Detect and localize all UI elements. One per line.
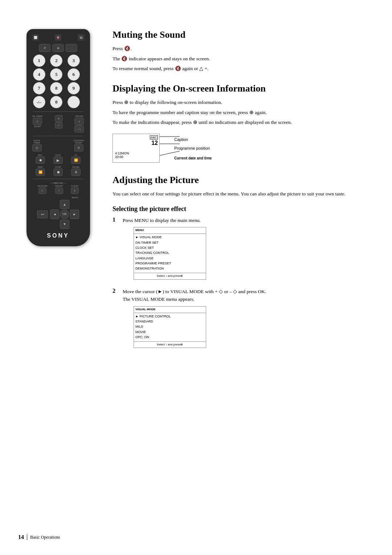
counter-reset-labeled: COUNTERRESET ↺ [73, 139, 84, 151]
nav-empty-tr [70, 200, 79, 209]
sleep-label: SLEEP [34, 125, 41, 127]
onscreen-row: ON/SCRN □ ON/OFF ○ CLEAR C [32, 185, 84, 194]
stop-labeled: STOP ⏹ [53, 166, 63, 176]
menu-1-item-1: ON TIMER SET [135, 240, 204, 245]
muting-body: Press 🔇. The 🔇 indicator appears and sta… [113, 45, 374, 73]
onscreen-btn[interactable]: □ [38, 187, 46, 194]
num-4-btn[interactable]: 4 [33, 68, 45, 81]
num-extra-btn[interactable] [68, 96, 80, 108]
clear-btn[interactable]: C [71, 187, 79, 194]
num-2-btn[interactable]: 2 [50, 54, 62, 67]
displaying-section: Displaying the On-screen Information Pre… [113, 83, 374, 164]
sony-logo: SONY [47, 232, 69, 239]
menu-2-footer: Select ↕ and press⊗ [134, 341, 206, 348]
nav-down-btn[interactable]: ▼ [60, 220, 69, 229]
nav-empty-br [70, 220, 79, 229]
caption-abc: ABC [150, 135, 158, 139]
rec-btn[interactable]: ⏺ [36, 157, 45, 164]
caption-screen-diagram: ABC 12 4:12MON20:00 [113, 134, 160, 164]
display-btn[interactable]: ⊕ [52, 44, 64, 52]
num-7-btn[interactable]: 7 [33, 82, 45, 94]
stop-btn[interactable]: ⏹ [53, 169, 63, 176]
counter-reset-lbl: COUNTERRESET [73, 139, 84, 144]
remote-top-icons: ⬜ 🔇 ⏻ [30, 33, 86, 41]
pause-labeled: PAUSE ⏸ [71, 166, 81, 176]
menu-box-1: MENU ► VISUAL MODE ON TIMER SET CLOCK SE… [134, 227, 206, 279]
nav-empty-tl [50, 200, 59, 209]
num-0-btn[interactable]: 0 [50, 96, 62, 108]
nav-section: MENU ↩ ▲ ◄ OK ► ▼ [30, 196, 86, 230]
menu-2-item-0: ► PICTURE CONTROL [135, 314, 204, 319]
quick-counter-section: QUICKTIMER ⏲ COUNTERRESET ↺ [30, 139, 86, 152]
blank-btn[interactable] [66, 44, 77, 52]
num-3-btn[interactable]: 3 [68, 54, 80, 67]
play-btn[interactable]: ▶ [53, 157, 63, 164]
displaying-line3: To make the indications disappear, press… [113, 118, 374, 126]
step-1-number: 1 [113, 216, 119, 223]
nav-ok-btn[interactable]: OK [60, 210, 69, 219]
input-row: ↺ ⊕ [30, 44, 86, 52]
nav-left-btn[interactable]: ◄ [50, 210, 59, 219]
step-1-content: Press MENU to display the main menu. MEN… [123, 216, 374, 283]
menu-lbl: MENU [72, 197, 78, 199]
num-8-btn[interactable]: 8 [50, 82, 62, 94]
step-2-number: 2 [113, 288, 119, 294]
caption-arrows-svg [160, 134, 181, 163]
step-2-text2: The VISUAL MODE menu appears. [123, 295, 374, 303]
transport-row-2: REW ⏪ STOP ⏹ PAUSE ⏸ [30, 166, 86, 176]
progr-label: PROGR [75, 115, 83, 117]
selecting-subtitle: Selecting the picture effect [113, 205, 374, 213]
vol-up-btn[interactable]: + [55, 115, 63, 122]
progr-btn[interactable]: + [74, 118, 84, 125]
nav-cross: ▲ ◄ OK ► ▼ [50, 200, 79, 229]
menu-1-item-5: PROGRAMME PRESET [135, 261, 204, 266]
page-footer: 14 Basic Operations [18, 534, 60, 540]
timer-rec-section: — TIMER REC — ON/SCRN □ ON/OFF ○ CLEAR C [30, 182, 86, 194]
back-btn[interactable]: ↩ [37, 210, 48, 218]
menu-2-title: VISUAL MODE [134, 307, 206, 313]
quick-timer-btn[interactable]: ⏲ [32, 144, 42, 151]
num-9-btn[interactable]: 9 [68, 82, 80, 94]
num-1-btn[interactable]: 1 [33, 54, 45, 67]
divider-2 [33, 136, 83, 136]
num-6-btn[interactable]: 6 [68, 68, 80, 81]
rew-labeled: REW ⏪ [36, 166, 45, 176]
menu-1-item-4: LANGUAGE [135, 256, 204, 261]
displaying-body: Press ⊕ to display the following on-scre… [113, 98, 374, 126]
power-icon: ⏻ [78, 34, 84, 41]
caption-screen: ABC 12 4:12MON20:00 [113, 134, 160, 163]
onoff-btn[interactable]: ○ [55, 187, 63, 194]
number-grid: 1 2 3 4 5 6 7 8 9 -/-- 0 [30, 54, 86, 109]
on-timer-label: ON TIMER [32, 115, 43, 117]
onoff-lbl: ON/OFF [55, 185, 63, 187]
displaying-title: Displaying the On-screen Information [113, 83, 374, 94]
muting-line3: To resume normal sound, press 🔇 again or… [113, 65, 374, 73]
ff-btn[interactable]: ⏩ [71, 157, 81, 164]
num-slash-btn[interactable]: -/-- [33, 96, 45, 108]
muting-title: Muting the Sound [113, 29, 374, 40]
rew-btn[interactable]: ⏪ [36, 169, 45, 176]
counter-reset-btn[interactable]: ↺ [74, 144, 83, 151]
divider-1 [33, 112, 83, 112]
nav-up-btn[interactable]: ▲ [60, 200, 69, 209]
adjusting-section: Adjusting the Picture You can select one… [113, 174, 374, 351]
progr-down-btn[interactable]: −↓ [74, 125, 84, 133]
onoff-labeled: ON/OFF ○ [55, 185, 63, 194]
step-2-text: Move the cursor (►) to VISUAL MODE with … [123, 288, 374, 296]
num-5-btn[interactable]: 5 [50, 68, 62, 81]
footer-separator [27, 534, 27, 540]
pause-btn[interactable]: ⏸ [71, 169, 81, 176]
rec-labeled: REC ⏺ [36, 154, 45, 164]
vol-down-btn[interactable]: − [55, 122, 63, 129]
muting-line2: The 🔇 indicator appears and stays on the… [113, 55, 374, 63]
content-column: Muting the Sound Press 🔇. The 🔇 indicato… [113, 22, 374, 533]
input-btn[interactable]: ↺ [39, 44, 50, 52]
menu-box-2: VISUAL MODE ► PICTURE CONTROL STANDARD M… [134, 306, 206, 348]
footer-label: Basic Operations [30, 535, 60, 540]
caption-datetime: 4:12MON20:00 [115, 151, 129, 159]
on-timer-btn[interactable]: ○ [33, 118, 42, 125]
quick-timer-labeled: QUICKTIMER ⏲ [32, 139, 42, 151]
nav-right-btn[interactable]: ► [70, 210, 79, 219]
timer-sleep-section: ON TIMER ○ SLEEP + − PROGR + −↓ [30, 114, 86, 133]
menu-2-item-2: MILD [135, 324, 204, 329]
